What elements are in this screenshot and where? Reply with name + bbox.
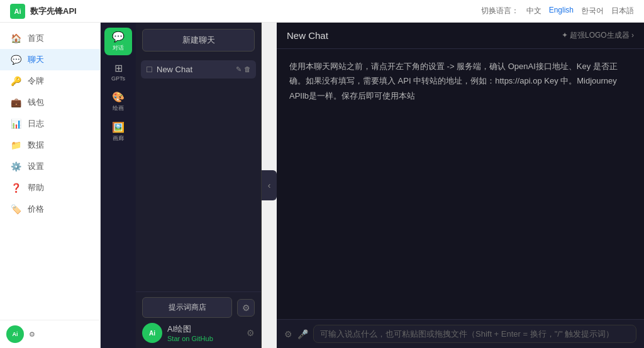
top-bar: Ai 数字先锋API 切换语言： 中文 English 한국어 日本語 — [0, 0, 644, 23]
chat-list-item[interactable]: ☐ New Chat ✎ 🗑 — [141, 60, 256, 79]
chat-item-check: ☐ — [146, 65, 153, 74]
wallet-icon: 💼 — [10, 97, 21, 107]
left-sidebar-bottom: Ai ⚙ — [0, 320, 100, 348]
chat-list: ☐ New Chat ✎ 🗑 — [136, 58, 261, 291]
sidebar-item-chat[interactable]: 💬 聊天 — [0, 49, 100, 70]
chat-input-area: ⚙ 🎤 — [277, 319, 644, 348]
sidebar-label-settings: 设置 — [28, 161, 44, 172]
main-layout: 🏠 首页 💬 聊天 🔑 令牌 💼 钱包 📊 日志 📁 数据 — [0, 23, 644, 348]
logo-text: 数字先锋API — [30, 6, 77, 17]
sidebar-label-chat: 聊天 — [28, 54, 44, 65]
price-icon: 🏷️ — [10, 204, 21, 214]
input-mic-icon[interactable]: 🎤 — [297, 329, 308, 339]
icon-nav-chat-label: 对话 — [113, 44, 124, 52]
chat-panel-wrapper: 新建聊天 ☐ New Chat ✎ 🗑 提示词商店 ⚙ — [136, 23, 277, 348]
lang-ko[interactable]: 한국어 — [581, 6, 604, 16]
new-chat-button[interactable]: 新建聊天 — [142, 29, 255, 52]
chat-messages: 使用本聊天网站之前，请点开左下角的设置 -> 服务端，确认 OpenAI接口地址… — [277, 49, 644, 319]
token-icon: 🔑 — [10, 76, 21, 86]
icon-nav-gpts[interactable]: ⊞ GPTs — [104, 58, 132, 85]
sidebar-label-price: 价格 — [28, 204, 44, 215]
sidebar-label-token: 令牌 — [28, 75, 44, 87]
left-sidebar-settings-icon[interactable]: ⚙ — [29, 330, 35, 339]
user-sub: Star on GitHub — [167, 335, 242, 342]
chat-icon: 💬 — [10, 55, 21, 65]
data-icon: 📁 — [10, 140, 21, 150]
icon-nav-gallery-icon: 🖼️ — [112, 121, 125, 133]
icon-nav-chat[interactable]: 💬 对话 — [104, 28, 132, 55]
chat-input-field[interactable] — [320, 329, 630, 339]
sidebar-label-home: 首页 — [28, 33, 44, 44]
chat-panel-bottom: 提示词商店 ⚙ Ai AI绘图 Star on GitHub ⚙ — [136, 291, 261, 348]
chat-item-left: ☐ New Chat — [146, 65, 192, 74]
sidebar-label-wallet: 钱包 — [28, 97, 44, 108]
logo-badge[interactable]: ✦ 超强LOGO生成器 › — [562, 30, 634, 41]
icon-nav-draw-label: 绘画 — [113, 104, 124, 112]
user-name-area: AI绘图 Star on GitHub — [167, 324, 242, 342]
sidebar-item-home[interactable]: 🏠 首页 — [0, 28, 100, 49]
chat-item-actions: ✎ 🗑 — [236, 65, 251, 73]
icon-nav-draw-icon: 🎨 — [112, 91, 125, 103]
chat-list-panel: 新建聊天 ☐ New Chat ✎ 🗑 提示词商店 ⚙ — [136, 23, 262, 348]
sidebar-item-price[interactable]: 🏷️ 价格 — [0, 198, 100, 220]
sidebar-item-data[interactable]: 📁 数据 — [0, 134, 100, 156]
chat-edit-icon[interactable]: ✎ — [236, 65, 242, 73]
chat-header-right: ✦ 超强LOGO生成器 › — [562, 30, 634, 41]
chat-delete-icon[interactable]: 🗑 — [244, 65, 251, 73]
prompt-store-button[interactable]: 提示词商店 — [142, 297, 232, 318]
collapse-button[interactable]: ‹ — [262, 170, 277, 200]
sidebar-item-wallet[interactable]: 💼 钱包 — [0, 92, 100, 113]
icon-nav-gallery-label: 画廊 — [113, 134, 124, 143]
log-icon: 📊 — [10, 119, 21, 129]
user-avatar: Ai — [142, 323, 162, 343]
welcome-message: 使用本聊天网站之前，请点开左下角的设置 -> 服务端，确认 OpenAI接口地址… — [289, 59, 631, 103]
icon-nav-gallery[interactable]: 🖼️ 画廊 — [104, 118, 132, 146]
sidebar-item-settings[interactable]: ⚙️ 设置 — [0, 156, 100, 177]
left-sidebar-avatar: Ai — [6, 325, 24, 343]
icon-nav-gpts-icon: ⊞ — [114, 62, 123, 74]
chat-main: New Chat ✦ 超强LOGO生成器 › 使用本聊天网站之前，请点开左下角的… — [277, 23, 644, 348]
icon-sidebar: 💬 对话 ⊞ GPTs 🎨 绘画 🖼️ 画廊 — [101, 23, 136, 348]
prompt-store-row: 提示词商店 ⚙ — [142, 297, 255, 318]
lang-zh[interactable]: 中文 — [526, 6, 541, 16]
home-icon: 🏠 — [10, 33, 21, 43]
sidebar-item-log[interactable]: 📊 日志 — [0, 113, 100, 134]
logo-area: Ai 数字先锋API — [10, 4, 77, 19]
sidebar-item-token[interactable]: 🔑 令牌 — [0, 70, 100, 92]
icon-nav-draw[interactable]: 🎨 绘画 — [104, 88, 132, 116]
sidebar-label-help: 帮助 — [28, 182, 44, 193]
chat-item-name: New Chat — [157, 65, 192, 74]
chat-title: New Chat — [287, 30, 328, 41]
icon-nav-gpts-label: GPTs — [111, 75, 125, 82]
left-sidebar: 🏠 首页 💬 聊天 🔑 令牌 💼 钱包 📊 日志 📁 数据 — [0, 23, 101, 348]
help-icon: ❓ — [10, 183, 21, 193]
user-settings-icon[interactable]: ⚙ — [247, 328, 255, 338]
user-info-row: Ai AI绘图 Star on GitHub ⚙ — [142, 323, 255, 343]
chat-header: New Chat ✦ 超强LOGO生成器 › — [277, 23, 644, 49]
lang-ja[interactable]: 日本語 — [611, 6, 634, 16]
panel-settings-button[interactable]: ⚙ — [237, 299, 255, 317]
settings-icon: ⚙️ — [10, 161, 21, 171]
logo-icon: Ai — [10, 4, 25, 19]
input-settings-icon[interactable]: ⚙ — [284, 329, 292, 339]
input-wrapper — [313, 325, 636, 343]
sidebar-nav: 🏠 首页 💬 聊天 🔑 令牌 💼 钱包 📊 日志 📁 数据 — [0, 23, 100, 320]
lang-en[interactable]: English — [549, 6, 574, 16]
icon-nav-chat-icon: 💬 — [112, 31, 125, 43]
language-selector: 切换语言： 中文 English 한국어 日本語 — [481, 6, 634, 16]
sidebar-label-log: 日志 — [28, 118, 44, 129]
sidebar-label-data: 数据 — [28, 139, 44, 151]
user-name: AI绘图 — [167, 324, 242, 335]
lang-label: 切换语言： — [481, 6, 519, 16]
sidebar-item-help[interactable]: ❓ 帮助 — [0, 177, 100, 198]
